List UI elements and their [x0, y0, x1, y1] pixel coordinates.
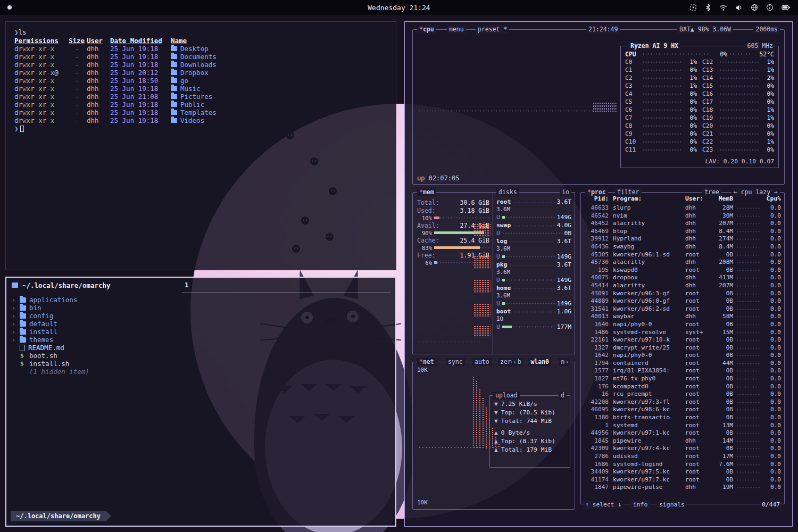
process-row[interactable]: 46542 nvim dhh 30M 0.0 — [584, 212, 781, 220]
process-row[interactable]: 44889 kworker/u96:0-gf root 0B 0.0 — [584, 297, 781, 305]
process-user: dhh — [685, 282, 710, 290]
battery-icon[interactable] — [782, 4, 791, 11]
wifi-icon[interactable] — [719, 4, 727, 11]
process-pid: 1794 — [584, 360, 609, 368]
process-row[interactable]: 1642 napi/phy0-0 root 0B 0.0 — [584, 352, 781, 360]
process-cpu-graph — [736, 378, 760, 380]
disk-size: 3.6T — [557, 285, 571, 292]
iface-prev-hint[interactable]: ←b — [512, 358, 523, 366]
list-item[interactable]: install — [12, 328, 390, 336]
screenshot-icon[interactable] — [689, 4, 697, 11]
process-row[interactable]: 42208 kworker/u97:3-fl root 0B 0.0 — [584, 398, 781, 406]
col-program[interactable]: Program: — [609, 195, 685, 202]
process-row[interactable]: 16 rcu_preempt root 0B 0.0 — [584, 390, 781, 398]
window-system-monitor[interactable]: *cpu menu preset * 21:24:49 BAT▲ 98% 3.0… — [404, 21, 793, 527]
date-modified: 25 Jun 19:18 — [110, 109, 171, 117]
process-row[interactable]: 1 systemd root 13M 0.0 — [584, 422, 781, 430]
col-cpu[interactable]: Cpu% — [762, 195, 781, 202]
prompt-line[interactable]: ❯ — [14, 124, 387, 133]
tab-number[interactable]: 1 — [185, 281, 189, 289]
select-hint[interactable]: ↑ select ↓ — [583, 501, 624, 509]
process-row[interactable]: 40075 dropbox dhh 413M 0.0 — [584, 274, 781, 282]
process-row[interactable]: 1686 systemd-logind root 7.6M 0.0 — [584, 461, 781, 469]
process-row[interactable]: 1827 mt76-tx phy0 root 0B 0.0 — [584, 375, 781, 383]
col-user[interactable]: User: — [685, 195, 710, 202]
signals-button[interactable]: signals — [657, 501, 687, 509]
preset-button[interactable]: preset * — [476, 26, 509, 34]
process-pid: 46436 — [584, 243, 609, 251]
process-name: kworker/u96:0-gf — [609, 297, 685, 305]
process-row[interactable]: 31541 kworker/u96:2-sd root 0B 0.0 — [584, 305, 781, 313]
process-memory: 0B — [710, 290, 733, 298]
volume-icon[interactable] — [735, 4, 743, 11]
process-row[interactable]: 39912 Hyprland dhh 274M 0.0 — [584, 235, 781, 243]
process-name: dropbox — [609, 274, 685, 282]
process-row[interactable]: 46469 btop dhh 8.4M 0.0 — [584, 228, 781, 236]
menu-button[interactable]: menu — [447, 26, 466, 34]
process-row[interactable]: 46436 swaybg dhh 8.4M 0.0 — [584, 243, 781, 251]
list-item[interactable]: install.sh — [12, 360, 390, 368]
about-icon[interactable] — [766, 4, 774, 11]
info-button[interactable]: info — [631, 501, 650, 509]
col-memory[interactable]: MemB — [710, 195, 733, 202]
process-row[interactable]: 46633 slurp dhh 28M 0.0 — [584, 204, 781, 212]
process-row[interactable]: 1640 napi/phy0-0 root 0B 0.0 — [584, 321, 781, 329]
col-pid[interactable]: Pid: — [584, 195, 609, 202]
workspace-dot[interactable] — [7, 5, 12, 10]
process-row[interactable]: 34409 kworker/u97:5-kc root 0B 0.0 — [584, 468, 781, 476]
list-item[interactable]: (1 hidden item) — [12, 368, 390, 376]
folder-icon — [171, 70, 177, 75]
process-row[interactable]: 40013 waybar dhh 58M 0.0 — [584, 313, 781, 321]
process-row[interactable]: 22161 kworker/u97:10-k root 0B 0.0 — [584, 336, 781, 344]
core-row: C23 0% — [702, 146, 774, 154]
tray-icons — [689, 4, 791, 11]
list-item[interactable]: applications — [12, 296, 390, 304]
list-item[interactable]: boot.sh — [12, 352, 390, 360]
process-row[interactable]: 1327 dmcrypt_write/25 root 0B 0.0 — [584, 344, 781, 352]
io-toggle[interactable]: io — [560, 188, 571, 196]
list-item[interactable]: bin — [12, 304, 390, 312]
process-row[interactable]: 1577 irq/81-PIXA3854: root 0B 0.0 — [584, 367, 781, 375]
process-row[interactable]: 2786 udisksd root 17M 0.0 — [584, 453, 781, 461]
net-scale-top: 10K — [417, 367, 428, 373]
process-row[interactable]: 195 kswapd0 root 0B 0.0 — [584, 267, 781, 275]
list-item[interactable]: default — [12, 320, 390, 328]
iface-next-hint[interactable]: n→ — [559, 358, 570, 366]
sync-button[interactable]: sync — [446, 358, 465, 366]
process-row[interactable]: 1380 btrfs-transactio root 0B 0.0 — [584, 414, 781, 422]
ls-row: drwxr-xr-x - dhh 25 Jun 19:18 Music — [14, 85, 387, 93]
process-row[interactable]: 44956 kworker/u97:1-kc root 0B 0.0 — [584, 429, 781, 437]
core-percent: 1% — [684, 74, 697, 81]
entry-name: Pictures — [171, 93, 387, 101]
list-item[interactable]: config — [12, 312, 390, 320]
process-row[interactable]: 45305 kworker/u96:1-sd root 0B 0.0 — [584, 251, 781, 259]
window-ls-terminal[interactable]: ❯ls Permissions Size User Date Modified … — [5, 21, 396, 270]
process-row[interactable]: 46095 kworker/u98:6-kc root 0B 0.0 — [584, 406, 781, 414]
permissions: drwxr-xr-x — [14, 77, 69, 85]
process-memory: 14M — [710, 437, 733, 445]
disk-io-graph — [473, 223, 491, 237]
auto-button[interactable]: auto — [472, 358, 492, 366]
disk-row: boot1.0G IO U177M — [496, 307, 571, 331]
core-label: C5 — [625, 98, 640, 105]
process-row[interactable]: 46452 alacritty dhh 207M 0.0 — [584, 220, 781, 228]
process-row[interactable]: 43091 kworker/u96:3-gf root 0B 0.0 — [584, 290, 781, 298]
process-row[interactable]: 41174 kworker/u97:7-kc root 0B 0.0 — [584, 476, 781, 484]
list-item[interactable]: README.md — [12, 344, 390, 352]
process-cpu-graph — [736, 339, 760, 341]
list-item[interactable]: themes — [12, 336, 390, 344]
process-cpu: 0.0 — [762, 352, 781, 360]
window-file-manager[interactable]: ~/.local/share/omarchy 1 applications bi… — [5, 277, 396, 527]
process-row[interactable]: 1794 containerd root 44M 0.0 — [584, 360, 781, 368]
net-info-hint[interactable]: d — [559, 392, 567, 400]
process-row[interactable]: 45414 alacritty dhh 207M 0.0 — [584, 282, 781, 290]
process-row[interactable]: 1486 systemd-resolve syst+ 15M 0.0 — [584, 329, 781, 337]
process-row[interactable]: 42309 kworker/u97:4-kc root 0B 0.0 — [584, 445, 781, 453]
process-cpu-graph — [736, 238, 760, 240]
bluetooth-icon[interactable] — [705, 4, 711, 11]
process-row[interactable]: 1847 pipewire-pulse dhh 19M 0.0 — [584, 484, 781, 492]
process-row[interactable]: 45730 alacritty dhh 208M 0.0 — [584, 259, 781, 267]
process-row[interactable]: 176 kcompactd0 root 0B 0.0 — [584, 383, 781, 391]
network-icon[interactable] — [751, 4, 758, 11]
process-row[interactable]: 1845 pipewire dhh 14M 0.0 — [584, 437, 781, 445]
